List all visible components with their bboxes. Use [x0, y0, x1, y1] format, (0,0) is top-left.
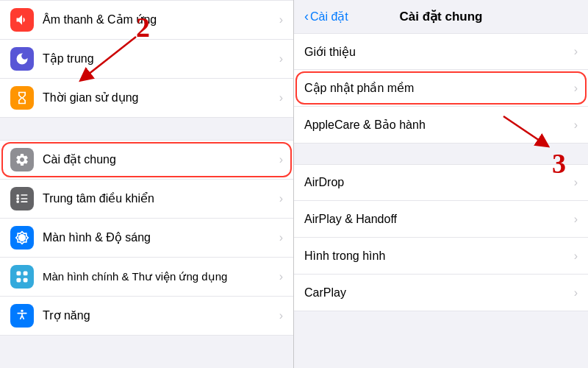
- right-item-label: AirPlay & Handoff: [304, 213, 570, 226]
- sidebar-item-label: Thời gian sử dụng: [43, 91, 275, 106]
- sidebar-item-label: Màn hình chính & Thư viện ứng dụng: [43, 269, 275, 284]
- chevron-icon: ›: [279, 309, 283, 322]
- back-chevron-icon: ‹: [304, 9, 309, 24]
- chevron-icon: ›: [279, 52, 283, 66]
- svg-rect-8: [24, 272, 28, 276]
- sidebar-item-thoi-gian[interactable]: Thời gian sử dụng ›: [0, 79, 293, 118]
- sidebar-item-label: Màn hình & Độ sáng: [43, 230, 275, 246]
- back-label: Cài đặt: [310, 10, 348, 24]
- right-item-hinh-trong-hinh[interactable]: Hình trong hình ›: [294, 238, 588, 275]
- sidebar-item-tap-trung[interactable]: Tập trung ›: [0, 40, 293, 79]
- chevron-icon: ›: [279, 192, 283, 205]
- right-item-cap-nhat[interactable]: Cập nhật phần mềm ›: [294, 70, 588, 107]
- brightness-icon: [10, 226, 34, 250]
- controls-icon: [10, 187, 34, 210]
- sidebar-item-label: Cài đặt chung: [43, 152, 275, 168]
- svg-point-11: [21, 310, 23, 312]
- right-item-airdrop[interactable]: AirDrop ›: [294, 164, 588, 201]
- gear-icon: [10, 148, 34, 171]
- sidebar-item-man-hinh-chinh[interactable]: Màn hình chính & Thư viện ứng dụng ›: [0, 258, 293, 297]
- chevron-icon: ›: [279, 270, 283, 283]
- svg-rect-1: [17, 194, 19, 197]
- chevron-icon: ›: [574, 250, 578, 263]
- right-gap: [294, 144, 588, 164]
- right-item-airplay[interactable]: AirPlay & Handoff ›: [294, 201, 588, 238]
- left-gap: [0, 118, 293, 140]
- right-item-label: AppleCare & Bảo hành: [304, 118, 570, 132]
- sidebar-item-label: Âm thanh & Cảm ứng: [43, 13, 275, 28]
- chevron-icon: ›: [279, 153, 283, 166]
- right-panel: ‹ Cài đặt Cài đặt chung Giới thiệu › Cập…: [294, 0, 588, 368]
- sidebar-item-label: Trợ năng: [43, 308, 275, 324]
- chevron-icon: ›: [574, 286, 578, 300]
- sidebar-item-label: Tập trung: [43, 52, 275, 67]
- chevron-icon: ›: [574, 213, 578, 226]
- left-top-list: Âm thanh & Cảm ứng › Tập trung › Thời gi…: [0, 0, 293, 118]
- right-item-applecare[interactable]: AppleCare & Bảo hành ›: [294, 107, 588, 144]
- sidebar-item-trung-tam[interactable]: Trung tâm điều khiển ›: [0, 180, 293, 219]
- right-header: ‹ Cài đặt Cài đặt chung: [294, 0, 588, 33]
- chevron-icon: ›: [279, 13, 283, 26]
- chevron-icon: ›: [574, 45, 578, 58]
- hourglass-icon: [10, 86, 34, 110]
- sidebar-item-cai-dat-chung[interactable]: Cài đặt chung ›: [0, 140, 293, 180]
- left-bottom-list: Cài đặt chung › Trung tâm điều khiển › M…: [0, 140, 293, 336]
- chevron-icon: ›: [279, 91, 283, 105]
- moon-icon: [10, 47, 34, 71]
- chevron-icon: ›: [574, 118, 578, 132]
- sidebar-item-man-hinh[interactable]: Màn hình & Độ sáng ›: [0, 219, 293, 258]
- apps-icon: [10, 265, 34, 289]
- svg-rect-9: [17, 278, 21, 283]
- sidebar-item-tro-nang[interactable]: Trợ năng ›: [0, 297, 293, 336]
- right-item-gioi-thieu[interactable]: Giới thiệu ›: [294, 33, 588, 70]
- right-item-carplay[interactable]: CarPlay ›: [294, 275, 588, 311]
- accessibility-icon: [10, 304, 34, 328]
- right-item-label: Cập nhật phần mềm: [304, 81, 570, 95]
- chevron-icon: ›: [279, 231, 283, 244]
- right-item-label: Hình trong hình: [304, 250, 570, 263]
- svg-rect-7: [17, 272, 21, 276]
- right-item-label: AirDrop: [304, 176, 570, 189]
- page-title: Cài đặt chung: [400, 9, 483, 24]
- left-panel: Âm thanh & Cảm ứng › Tập trung › Thời gi…: [0, 0, 294, 368]
- chevron-icon: ›: [574, 82, 578, 95]
- svg-rect-4: [21, 194, 27, 196]
- right-item-label: CarPlay: [304, 286, 570, 300]
- svg-rect-3: [17, 201, 19, 203]
- sound-icon: [10, 8, 34, 32]
- sidebar-item-am-thanh[interactable]: Âm thanh & Cảm ứng ›: [0, 0, 293, 40]
- right-bottom-list: AirDrop › AirPlay & Handoff › Hình trong…: [294, 164, 588, 311]
- svg-rect-5: [21, 198, 27, 199]
- back-button[interactable]: ‹ Cài đặt: [304, 9, 348, 24]
- right-item-label: Giới thiệu: [304, 45, 570, 59]
- svg-rect-2: [17, 197, 19, 199]
- right-top-list: Giới thiệu › Cập nhật phần mềm › AppleCa…: [294, 33, 588, 144]
- sidebar-item-label: Trung tâm điều khiển: [43, 191, 275, 207]
- svg-rect-6: [21, 201, 27, 202]
- chevron-icon: ›: [574, 176, 578, 189]
- svg-rect-10: [24, 278, 28, 283]
